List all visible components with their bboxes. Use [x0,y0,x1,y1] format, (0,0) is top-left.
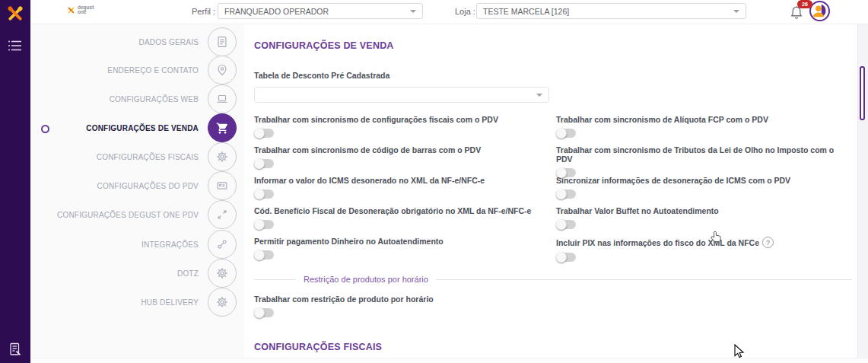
toggle-switch[interactable] [556,189,576,199]
sidebar-item-label: INTEGRAÇÕES [141,240,199,249]
id-card-icon [208,171,237,200]
brand-utensils-icon [67,6,75,14]
toggle-row: Trabalhar com sincronismo de código de b… [254,145,556,176]
notifications-count-badge: 26 [797,0,812,8]
sidebar-item-label: CONFIGURAÇÕES WEB [110,95,199,103]
toggle-row: Permitir pagamento Dinheiro no Autoatend… [254,237,556,267]
app-logo-icon [5,4,25,24]
menu-hamburger-icon[interactable] [8,40,23,52]
toggle-label: Trabalhar Valor Buffet no Autoatendiment… [556,206,852,215]
toggle-label: Trabalhar com restrição de produto por h… [254,295,852,304]
toggle-knob [254,189,265,199]
vertical-scrollbar[interactable] [857,24,868,363]
toggle-knob [556,189,567,199]
location-pin-icon [208,56,237,84]
brand-logo: degust one [67,5,94,14]
toggle-switch[interactable] [254,308,274,317]
settings-sidebar: DADOS GERAIS ENDEREÇO E CONTATO CONFIGUR… [30,24,245,363]
sidebar-item-configuracoes-web[interactable]: CONFIGURAÇÕES WEB [110,84,237,113]
toggle-label: Trabalhar com sincronismo de configuraçõ… [254,115,556,124]
toggle-switch[interactable] [254,159,274,168]
form-icon [208,27,237,56]
sidebar-item-label: DOTZ [177,269,199,278]
toggle-switch[interactable] [254,129,274,138]
toggle-knob [556,219,567,230]
sidebar-item-configuracoes-de-venda[interactable]: CONFIGURAÇÕES DE VENDA [86,113,237,142]
help-icon[interactable]: ? [762,237,774,248]
sidebar-item-label: HUB DELIVERY [141,298,199,307]
toggle-switch[interactable] [556,129,576,138]
toggle-label: Trabalhar com sincronismo de Tributos da… [556,145,852,164]
active-item-marker [41,125,49,133]
toggle-switch[interactable] [254,220,274,229]
toggle-knob [254,219,265,230]
plug-icon [208,230,237,259]
user-avatar[interactable] [809,1,830,21]
brand-sub: one [78,10,94,14]
gear-icon [208,288,237,317]
toggle-row: Informar o valor do ICMS desonerado no X… [254,176,556,206]
sidebar-item-endereco-contato[interactable]: ENDEREÇO E CONTATO [107,56,237,84]
chevron-down-icon [733,10,739,13]
report-document-icon[interactable] [8,342,23,357]
chevron-down-icon [536,94,542,97]
loja-label: Loja : [455,7,475,16]
toggle-switch[interactable] [254,250,274,260]
toggle-row: Incluir PIX nas informações do fisco do … [556,237,852,267]
toggle-label: Informar o valor do ICMS desonerado no X… [254,176,556,185]
toggle-row: Sincronizar informações de desoneração d… [556,176,852,206]
sidebar-item-label: CONFIGURAÇÕES DE VENDA [86,124,199,132]
gear-icon [208,259,237,288]
toggle-switch[interactable] [254,189,274,199]
perfil-select[interactable]: FRANQUEADO OPERADOR [218,3,423,19]
sidebar-item-dados-gerais[interactable]: DADOS GERAIS [138,27,237,56]
sidebar-item-configuracoes-do-pdv[interactable]: CONFIGURAÇÕES DO PDV [97,171,237,200]
sidebar-item-dotz[interactable]: DOTZ [177,259,237,288]
sidebar-item-label: ENDEREÇO E CONTATO [107,66,199,75]
subsection-divider: Restrição de produtos por horário [254,275,852,284]
sidebar-item-hub-delivery[interactable]: HUB DELIVERY [141,288,237,317]
toggle-label: Trabalhar com sincronismo de código de b… [254,145,556,154]
toggle-label: Cód. Benefício Fiscal de Desoneração obr… [254,206,556,215]
toggle-knob [254,250,265,260]
expand-arrows-icon [208,200,237,229]
toggle-row: Cód. Benefício Fiscal de Desoneração obr… [254,206,556,237]
toggle-knob [556,167,567,178]
laptop-icon [208,84,237,113]
loja-select[interactable]: TESTE MARCELA [126] [476,3,746,19]
toggle-knob [556,252,567,263]
toggle-row: Trabalhar com restrição de produto por h… [254,295,852,317]
perfil-value: FRANQUEADO OPERADOR [224,7,404,16]
perfil-label: Perfil : [192,7,215,16]
chevron-down-icon [410,10,416,13]
toggle-row: Trabalhar com sincronismo de configuraçõ… [254,115,556,145]
next-section-title: CONFIGURAÇÕES FISCAIS [254,342,852,352]
divider-line [254,279,296,280]
toggle-label: Incluir PIX nas informações do fisco do … [556,237,852,248]
toggle-label: Sincronizar informações de desoneração d… [556,176,852,185]
toggle-row: Trabalhar Valor Buffet no Autoatendiment… [556,206,852,237]
sidebar-item-configuracoes-fiscais[interactable]: CONFIGURAÇÕES FISCAIS [97,142,237,171]
toggle-knob [556,128,567,139]
scrollbar-thumb[interactable] [860,66,865,120]
app-body: DADOS GERAIS ENDEREÇO E CONTATO CONFIGUR… [30,24,868,363]
discount-table-select[interactable] [254,87,549,103]
toggle-knob [254,128,265,139]
divider-line [436,279,852,280]
toggle-row: Trabalhar com sincronismo de Tributos da… [556,145,852,176]
subsection-title: Restrição de produtos por horário [304,275,428,284]
cart-icon [208,113,237,142]
page-title: CONFIGURAÇÕES DE VENDA [254,40,852,51]
gear-icon [208,142,237,171]
sidebar-item-label: CONFIGURAÇÕES DEGUST ONE PDV [57,211,199,219]
sidebar-item-integracoes[interactable]: INTEGRAÇÕES [141,230,237,259]
toggle-switch[interactable] [556,220,576,229]
toggle-label-text: Incluir PIX nas informações do fisco do … [556,238,759,247]
sidebar-item-label: DADOS GERAIS [138,38,199,46]
toggle-row: Trabalhar com sincronismo de Alíquota FC… [556,115,852,145]
toggle-knob [254,158,265,169]
sidebar-item-configuracoes-degust-one-pdv[interactable]: CONFIGURAÇÕES DEGUST ONE PDV [57,200,237,229]
toggle-switch[interactable] [556,168,576,177]
toggle-switch[interactable] [556,253,576,262]
main-content: CONFIGURAÇÕES DE VENDA Tabela de Descont… [244,24,858,363]
